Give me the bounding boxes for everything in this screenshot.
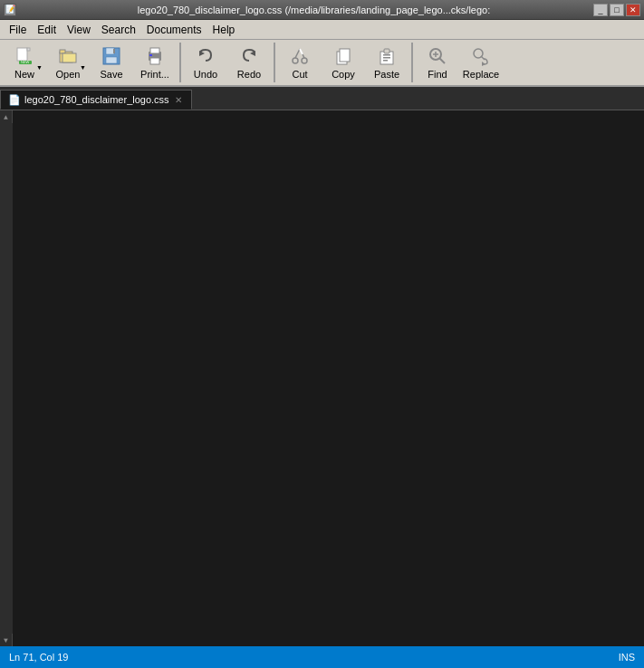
open-button[interactable]: Open ▼	[47, 41, 89, 84]
scroll-down-button[interactable]: ▼	[0, 634, 13, 646]
open-label: Open	[56, 69, 81, 80]
status-mode: INS	[619, 652, 635, 663]
separator-2	[274, 43, 275, 82]
svg-rect-27	[383, 54, 390, 56]
menubar: File Edit View Search Documents Help	[0, 20, 644, 40]
save-button[interactable]: Save	[91, 41, 132, 84]
separator-3	[411, 43, 413, 82]
svg-rect-11	[113, 49, 115, 53]
status-left: Ln 71, Col 19	[9, 652, 68, 663]
paste-label: Paste	[374, 69, 399, 80]
window-controls: _ □ ✕	[593, 4, 640, 16]
svg-point-19	[302, 58, 307, 63]
statusbar: Ln 71, Col 19 INS	[0, 646, 644, 668]
vertical-scrollbar[interactable]: ▲ ▼	[0, 110, 13, 646]
svg-point-18	[293, 58, 298, 63]
status-position: Ln 71, Col 19	[9, 652, 68, 663]
line-numbers	[13, 110, 45, 646]
separator-1	[179, 43, 181, 82]
menu-help[interactable]: Help	[207, 22, 241, 38]
scroll-up-button[interactable]: ▲	[0, 110, 13, 123]
print-button[interactable]: Print...	[134, 41, 176, 84]
svg-rect-10	[106, 57, 117, 63]
svg-rect-6	[60, 50, 65, 53]
copy-button[interactable]: Copy	[322, 41, 364, 84]
print-label: Print...	[140, 69, 169, 80]
new-icon: NEW	[14, 45, 35, 67]
code-editor[interactable]	[45, 110, 644, 646]
undo-button[interactable]: Undo	[185, 41, 226, 84]
svg-rect-7	[62, 53, 76, 62]
replace-button[interactable]: Replace	[460, 41, 502, 84]
svg-line-22	[300, 49, 303, 54]
cut-label: Cut	[292, 69, 307, 80]
find-button[interactable]: Find	[417, 41, 458, 84]
menu-file[interactable]: File	[4, 22, 32, 38]
svg-rect-9	[106, 48, 114, 54]
find-icon	[427, 45, 448, 67]
svg-rect-15	[149, 54, 152, 56]
titlebar: 📝 lego20_780_disclaimer_logo.css (/media…	[0, 0, 644, 20]
menu-documents[interactable]: Documents	[141, 22, 207, 38]
new-button[interactable]: NEW New ▼	[4, 41, 45, 84]
copy-icon	[332, 45, 354, 67]
redo-button[interactable]: Redo	[228, 41, 270, 84]
tab-css-file[interactable]: 📄 lego20_780_disclaimer_logo.css ✕	[0, 90, 192, 110]
copy-label: Copy	[332, 69, 355, 80]
redo-icon	[238, 45, 260, 67]
open-icon	[57, 45, 79, 67]
print-icon	[144, 45, 166, 67]
svg-line-20	[295, 49, 300, 58]
replace-label: Replace	[463, 69, 499, 80]
save-label: Save	[100, 69, 122, 80]
undo-icon	[195, 45, 216, 67]
new-label: New	[14, 69, 34, 80]
svg-rect-2	[27, 48, 30, 51]
open-arrow: ▼	[80, 64, 86, 71]
redo-label: Redo	[237, 69, 261, 80]
css-file-icon: 📄	[8, 94, 21, 106]
tab-filename: lego20_780_disclaimer_logo.css	[24, 94, 169, 105]
svg-rect-28	[383, 57, 390, 59]
svg-rect-14	[150, 58, 159, 64]
tab-close-button[interactable]: ✕	[173, 95, 184, 105]
menu-edit[interactable]: Edit	[32, 22, 62, 38]
svg-rect-24	[340, 49, 350, 62]
scroll-track[interactable]	[0, 123, 13, 634]
editor: ▲ ▼	[0, 110, 644, 646]
svg-text:NEW: NEW	[21, 60, 30, 64]
status-right: INS	[619, 652, 635, 663]
save-icon	[101, 45, 122, 67]
svg-line-31	[439, 58, 445, 63]
replace-icon	[470, 45, 492, 67]
new-arrow: ▼	[36, 64, 43, 71]
minimize-button[interactable]: _	[593, 4, 608, 16]
paste-button[interactable]: Paste	[366, 41, 408, 84]
svg-rect-29	[383, 60, 388, 62]
paste-icon	[376, 45, 398, 67]
find-label: Find	[428, 69, 447, 80]
maximize-button[interactable]: □	[610, 4, 624, 16]
menu-search[interactable]: Search	[96, 22, 141, 38]
tab-bar: 📄 lego20_780_disclaimer_logo.css ✕	[0, 87, 644, 110]
svg-rect-26	[384, 49, 389, 53]
app-icon: 📝	[4, 4, 16, 16]
svg-rect-0	[17, 48, 27, 61]
cut-icon	[289, 45, 311, 67]
cut-button[interactable]: Cut	[279, 41, 321, 84]
menu-view[interactable]: View	[62, 22, 96, 38]
window-title: lego20_780_disclaimer_logo.css (/media/l…	[34, 5, 593, 15]
undo-label: Undo	[194, 69, 217, 80]
toolbar: NEW New ▼ Open ▼ Save	[0, 40, 644, 87]
close-button[interactable]: ✕	[626, 4, 640, 16]
svg-rect-13	[150, 48, 159, 53]
